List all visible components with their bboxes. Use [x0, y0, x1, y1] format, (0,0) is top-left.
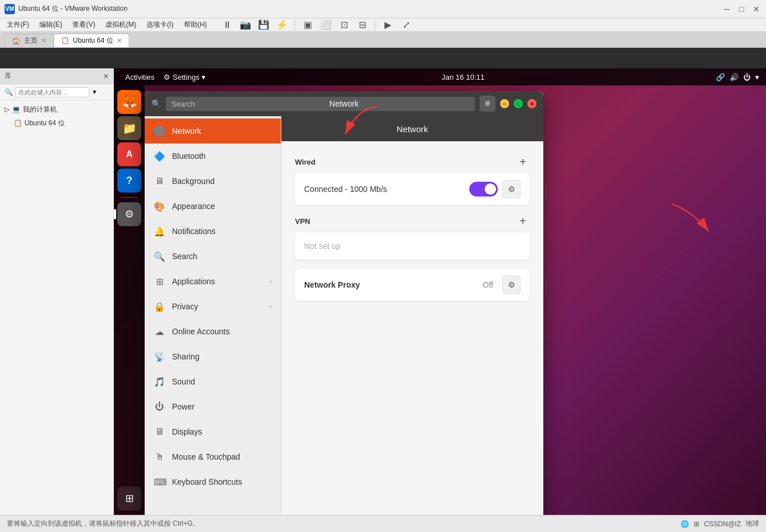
pause-button[interactable]: ⏸ — [219, 17, 235, 33]
proxy-gear-icon: ⚙ — [508, 280, 515, 289]
proxy-settings-button[interactable]: ⚙ — [502, 276, 521, 294]
proxy-row[interactable]: Network Proxy Off ⚙ — [295, 269, 530, 301]
computer-icon: ▷ — [5, 105, 10, 113]
nav-label-notifications: Notifications — [172, 227, 215, 236]
appstore-icon: A — [126, 149, 133, 159]
nav-item-sound[interactable]: 🎵 Sound — [145, 369, 281, 394]
dock-help[interactable]: ? — [117, 169, 141, 193]
notifications-nav-icon: 🔔 — [154, 226, 165, 237]
fullscreen-button[interactable]: ⬜ — [318, 17, 334, 33]
nav-label-applications: Applications — [172, 277, 215, 286]
wired-section-header: Wired + — [295, 155, 530, 169]
snapshot-button[interactable]: 📷 — [237, 17, 253, 33]
external-button[interactable]: ⤢ — [398, 17, 414, 33]
power-button[interactable]: ⚡ — [274, 17, 290, 33]
sound-nav-icon: 🎵 — [154, 377, 165, 387]
wired-add-button[interactable]: + — [516, 155, 530, 169]
tab-home[interactable]: 🏠 主页 ✕ — [5, 34, 54, 47]
menu-edit[interactable]: 编辑(E) — [35, 19, 67, 31]
settings-gear-icon: ⚙ — [163, 73, 170, 81]
vmware-title: Ubuntu 64 位 - VMware Workstation — [18, 4, 722, 14]
activities-button[interactable]: Activities — [121, 73, 159, 81]
minimize-button[interactable]: ─ — [722, 4, 732, 14]
vpn-section-header: VPN + — [295, 214, 530, 228]
nav-item-privacy[interactable]: 🔒 Privacy › — [145, 294, 281, 319]
close-button[interactable]: ✕ — [751, 4, 761, 14]
nav-item-search[interactable]: 🔍 Search — [145, 244, 281, 269]
tree-item-label: 我的计算机 — [23, 105, 57, 114]
nav-item-power[interactable]: ⏻ Power — [145, 394, 281, 419]
applications-nav-icon: ⊞ — [154, 276, 165, 287]
nav-item-network[interactable]: 🌐 Network — [145, 118, 281, 144]
nav-item-applications[interactable]: ⊞ Applications › — [145, 269, 281, 294]
settings-maximize-btn[interactable]: □ — [514, 99, 523, 108]
wired-connection-status: Connected - 1000 Mb/s — [304, 185, 469, 194]
content-header: Network — [281, 116, 543, 141]
nav-item-bluetooth[interactable]: 🔷 Bluetooth — [145, 144, 281, 169]
library-title: 库 — [5, 71, 11, 81]
files-icon: 📁 — [122, 121, 137, 135]
dock-apps-grid[interactable]: ⊞ — [117, 486, 141, 510]
home-tab-close[interactable]: ✕ — [41, 37, 46, 44]
proxy-card: Network Proxy Off ⚙ — [295, 269, 530, 301]
statusbar-globe-icon: 地球 — [745, 519, 759, 529]
nav-item-mouse[interactable]: 🖱 Mouse & Touchpad — [145, 444, 281, 469]
tab-ubuntu[interactable]: 📋 Ubuntu 64 位 ✕ — [54, 34, 129, 47]
nav-item-sharing[interactable]: 📡 Sharing — [145, 344, 281, 369]
library-search-bar: 🔍 ▼ — [0, 84, 113, 100]
menu-tab[interactable]: 选项卡(I) — [142, 19, 178, 31]
settings-win-controls: ─ □ ✕ — [500, 99, 536, 108]
fit-button[interactable]: ▣ — [300, 17, 316, 33]
menu-view[interactable]: 查看(V) — [68, 19, 100, 31]
background-nav-icon: 🖥 — [154, 176, 165, 186]
nav-label-mouse: Mouse & Touchpad — [172, 452, 240, 461]
settings-titlebar: 🔍 ≡ Network ─ □ ✕ — [145, 91, 543, 116]
maximize-button[interactable]: □ — [736, 4, 747, 14]
settings-window: 🔍 ≡ Network ─ □ ✕ 🌐 Networ — [145, 91, 543, 515]
nav-label-power: Power — [172, 402, 195, 411]
nav-label-search: Search — [172, 252, 197, 261]
nav-label-privacy: Privacy — [172, 302, 198, 311]
settings-nav-panel: 🌐 Network 🔷 Bluetooth 🖥 Background 🎨 App… — [145, 116, 281, 515]
nav-item-appearance[interactable]: 🎨 Appearance — [145, 194, 281, 219]
vmware-titlebar: VM Ubuntu 64 位 - VMware Workstation ─ □ … — [0, 0, 766, 18]
wired-toggle[interactable] — [469, 182, 498, 197]
menu-file[interactable]: 文件(F) — [2, 19, 34, 31]
suspend-button[interactable]: 💾 — [256, 17, 272, 33]
menu-vm[interactable]: 虚拟机(M) — [101, 19, 141, 31]
search-icon: 🔍 — [5, 88, 13, 96]
settings-menu-button[interactable]: ⚙ Settings ▾ — [159, 73, 210, 81]
nav-item-background[interactable]: 🖥 Background — [145, 169, 281, 194]
toolbar-separator-2 — [375, 19, 375, 31]
settings-minimize-btn[interactable]: ─ — [500, 99, 509, 108]
dock-firefox[interactable]: 🦊 — [117, 90, 141, 114]
tree-item-my-computer[interactable]: ▷ 💻 我的计算机 — [0, 103, 113, 116]
nav-label-sound: Sound — [172, 377, 195, 386]
tray-menu-arrow[interactable]: ▾ — [755, 73, 759, 81]
menu-help[interactable]: 帮助(H) — [179, 19, 212, 31]
nav-item-notifications[interactable]: 🔔 Notifications — [145, 219, 281, 244]
vpn-add-button[interactable]: + — [516, 214, 530, 228]
home-tab-icon: 🏠 — [12, 37, 21, 45]
zoom-button[interactable]: ⊡ — [336, 17, 352, 33]
settings-menu-toggle[interactable]: ≡ — [480, 96, 495, 112]
console-button[interactable]: ▶ — [380, 17, 396, 33]
nav-item-online-accounts[interactable]: ☁ Online Accounts — [145, 319, 281, 344]
nav-item-displays[interactable]: 🖥 Displays — [145, 419, 281, 444]
tree-item-ubuntu[interactable]: 📋 Ubuntu 64 位 — [0, 116, 113, 130]
nav-label-keyboard: Keyboard Shortcuts — [172, 477, 242, 486]
stretch-button[interactable]: ⊟ — [354, 17, 370, 33]
dock-settings[interactable]: ⚙ — [117, 202, 141, 226]
toolbar-separator — [294, 19, 295, 31]
nav-item-keyboard[interactable]: ⌨ Keyboard Shortcuts — [145, 469, 281, 494]
settings-search-input[interactable] — [166, 97, 475, 111]
library-close[interactable]: ✕ — [103, 72, 109, 80]
dock-appstore[interactable]: A — [117, 142, 141, 166]
ubuntu-tab-close[interactable]: ✕ — [117, 37, 122, 44]
dock-files[interactable]: 📁 — [117, 116, 141, 140]
search-dropdown-btn[interactable]: ▼ — [92, 89, 97, 95]
tree-sub-item-label: Ubuntu 64 位 — [24, 118, 65, 128]
settings-close-btn[interactable]: ✕ — [527, 99, 536, 108]
library-search-input[interactable] — [15, 87, 89, 97]
wired-settings-button[interactable]: ⚙ — [502, 180, 521, 198]
